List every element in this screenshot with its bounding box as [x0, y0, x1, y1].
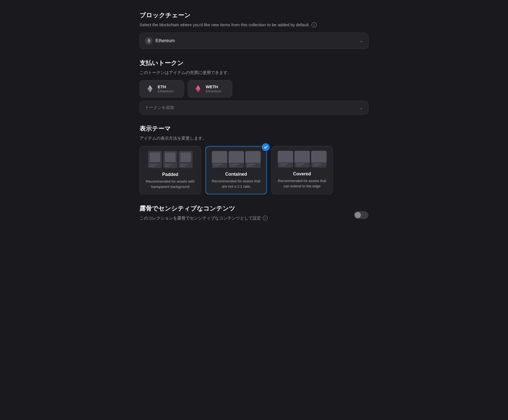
- contained-preview-card-3: [245, 151, 261, 168]
- padded-preview-card-3: [179, 151, 193, 168]
- sensitive-row: 露骨でセンシティブなコンテンツ このコレクションを露骨でセンシティブなコンテンツ…: [140, 204, 368, 226]
- sensitive-toggle[interactable]: [354, 211, 368, 219]
- eth-token-button[interactable]: ETH Ethereum: [140, 80, 184, 97]
- covered-line-1a: [279, 164, 288, 164]
- weth-token-chain: Ethereum: [206, 89, 221, 93]
- main-container: ブロックチェーン Select the blockchain where you…: [140, 11, 368, 409]
- covered-theme-title: Covered: [276, 171, 328, 176]
- contained-line-1b: [213, 166, 220, 166]
- padded-theme-desc: Recommended for assets with transparent …: [144, 179, 196, 190]
- sensitive-title: 露骨でセンシティブなコンテンツ: [140, 204, 348, 213]
- add-token-label: トークンを追加: [145, 105, 174, 110]
- covered-lines-2: [294, 163, 310, 168]
- padded-lines-1: [148, 163, 162, 168]
- padded-img-3: [180, 152, 191, 162]
- contained-line-3a: [247, 164, 256, 165]
- ethereum-icon: [145, 37, 153, 45]
- covered-preview-card-1: [278, 151, 293, 168]
- sensitive-toggle-thumb: [355, 212, 361, 218]
- weth-icon: [193, 84, 202, 93]
- covered-img-1: [278, 151, 293, 163]
- eth-token-chain: Ethereum: [158, 89, 173, 93]
- padded-lines-2: [163, 163, 177, 168]
- covered-line-3a: [313, 164, 322, 164]
- eth-token-info: ETH Ethereum: [158, 84, 173, 93]
- covered-line-3b: [313, 165, 319, 166]
- contained-line-3b: [247, 166, 253, 166]
- contained-img-1: [212, 151, 227, 163]
- padded-theme-card[interactable]: Padded Recommended for assets with trans…: [140, 146, 201, 194]
- contained-theme-desc: Recommended for assets that are not a 1:…: [210, 178, 262, 189]
- blockchain-dropdown-left: Ethereum: [145, 37, 175, 45]
- weth-token-name: WETH: [206, 84, 221, 89]
- sensitive-desc: このコレクションを露骨でセンシティブなコンテンツとして設定 i: [140, 215, 348, 221]
- theme-cards-container: Padded Recommended for assets with trans…: [140, 146, 368, 194]
- display-section: 表示テーマ アイテムの表示方法を変更します。: [140, 125, 368, 194]
- covered-preview-card-2: [294, 151, 310, 168]
- sensitive-toggle-track[interactable]: [354, 211, 368, 219]
- blockchain-chevron-icon: ⌄: [360, 38, 363, 43]
- padded-line-1a: [149, 164, 157, 165]
- add-token-chevron-icon: ⌄: [360, 105, 363, 110]
- display-desc: アイテムの表示方法を変更します。: [140, 135, 368, 142]
- contained-img-3: [245, 151, 261, 163]
- contained-theme-title: Contained: [210, 172, 262, 177]
- padded-line-2a: [165, 164, 172, 165]
- padded-theme-title: Padded: [144, 172, 196, 177]
- payment-section: 支払いトークン このトークンはアイテムの売買に使用できます。 ETH Ether…: [140, 59, 368, 115]
- padded-img-1: [150, 152, 160, 162]
- padded-preview-card-1: [148, 151, 162, 168]
- covered-lines-1: [278, 163, 293, 168]
- covered-line-1b: [279, 165, 286, 166]
- contained-line-2b: [230, 166, 236, 166]
- contained-preview-card-2: [229, 151, 244, 168]
- blockchain-title: ブロックチェーン: [140, 11, 368, 20]
- blockchain-desc: Select the blockchain where you'd like n…: [140, 22, 368, 28]
- padded-lines-3: [179, 163, 193, 168]
- eth-icon: [145, 84, 154, 93]
- covered-line-2b: [296, 165, 302, 166]
- token-row: ETH Ethereum WETH Ethereum: [140, 80, 368, 97]
- contained-preview: [210, 151, 262, 168]
- display-title: 表示テーマ: [140, 125, 368, 133]
- payment-title: 支払いトークン: [140, 59, 368, 67]
- padded-line-2b: [165, 166, 170, 167]
- padded-line-3a: [180, 164, 188, 165]
- contained-line-2a: [230, 164, 239, 165]
- padded-img-2: [165, 152, 176, 162]
- covered-lines-3: [311, 163, 327, 168]
- contained-lines-2: [229, 163, 244, 168]
- padded-preview-card-2: [163, 151, 177, 168]
- weth-token-info: WETH Ethereum: [206, 84, 221, 93]
- covered-preview: [276, 151, 328, 168]
- contained-lines-1: [212, 163, 227, 168]
- contained-lines-3: [245, 163, 261, 168]
- padded-line-3b: [180, 166, 186, 167]
- blockchain-section: ブロックチェーン Select the blockchain where you…: [140, 11, 368, 49]
- padded-line-1b: [149, 166, 155, 167]
- contained-theme-card[interactable]: Contained Recommended for assets that ar…: [205, 146, 267, 194]
- weth-token-button[interactable]: WETH Ethereum: [188, 80, 232, 97]
- contained-check-badge: [261, 143, 270, 152]
- blockchain-selected-value: Ethereum: [155, 38, 175, 43]
- padded-preview: [144, 151, 196, 168]
- payment-desc: このトークンはアイテムの売買に使用できます。: [140, 70, 368, 76]
- contained-line-1a: [213, 164, 222, 165]
- covered-img-3: [311, 151, 327, 163]
- sensitive-left: 露骨でセンシティブなコンテンツ このコレクションを露骨でセンシティブなコンテンツ…: [140, 204, 348, 226]
- covered-line-2a: [296, 164, 305, 164]
- blockchain-dropdown[interactable]: Ethereum ⌄: [140, 33, 368, 49]
- check-icon: [263, 145, 268, 149]
- contained-preview-card-1: [212, 151, 227, 168]
- covered-img-2: [294, 151, 310, 163]
- blockchain-info-icon[interactable]: i: [311, 22, 317, 27]
- sensitive-info-icon[interactable]: i: [263, 216, 268, 221]
- covered-theme-card[interactable]: Covered Recommended for assets that can …: [271, 146, 333, 194]
- covered-theme-desc: Recommended for assets that can extend t…: [276, 178, 328, 189]
- eth-token-name: ETH: [158, 84, 173, 89]
- contained-img-2: [229, 151, 244, 163]
- sensitive-section: 露骨でセンシティブなコンテンツ このコレクションを露骨でセンシティブなコンテンツ…: [140, 204, 368, 226]
- covered-preview-card-3: [311, 151, 327, 168]
- add-token-dropdown[interactable]: トークンを追加 ⌄: [140, 101, 368, 114]
